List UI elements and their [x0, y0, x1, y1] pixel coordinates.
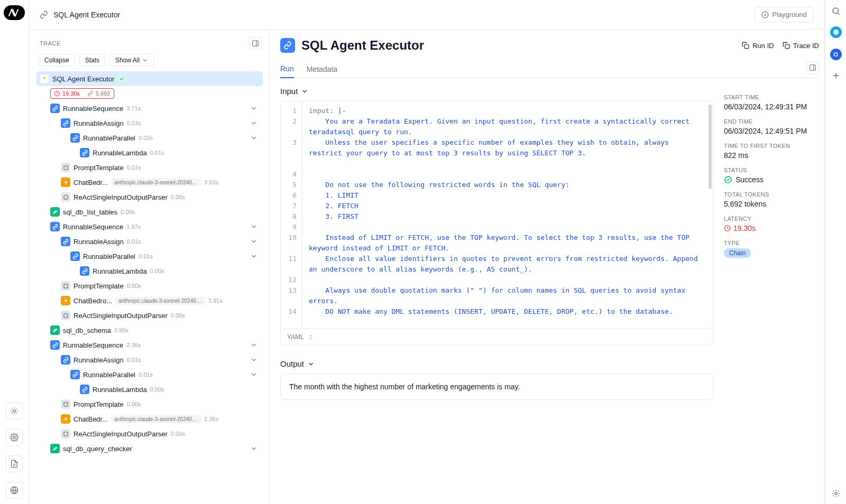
chain-icon: [280, 38, 295, 53]
node-time: 0.02s: [139, 135, 153, 141]
svg-rect-15: [810, 64, 816, 70]
content-panel: SQL Agent Executor Run ID Trace ID Run M…: [270, 30, 824, 504]
trace-node[interactable]: ChatBedr...anthropic.claude-3-sonnet-202…: [58, 412, 263, 426]
trace-node[interactable]: RunnableParallel0.01s: [67, 367, 263, 382]
app-shortcut-icon[interactable]: [830, 26, 842, 38]
trace-node[interactable]: PromptTemplate0.00s: [58, 397, 263, 412]
node-time: 3.71s: [126, 105, 141, 111]
trace-node[interactable]: RunnableAssign0.01s: [58, 234, 263, 249]
meta-type-value: Chain: [724, 248, 751, 258]
trace-label: TRACE: [40, 40, 61, 46]
plus-icon[interactable]: [831, 71, 841, 80]
theme-icon[interactable]: [6, 403, 23, 419]
svg-rect-8: [63, 195, 67, 199]
trace-node[interactable]: RunnableParallel0.02s: [67, 130, 263, 145]
trace-node[interactable]: ReActSingleInputOutputParser0.00s: [58, 308, 263, 323]
stats-button[interactable]: Stats: [79, 54, 105, 67]
playground-button[interactable]: Playground: [755, 7, 814, 22]
run-id-button[interactable]: Run ID: [742, 42, 774, 50]
side-toggle-icon[interactable]: [806, 61, 819, 74]
node-type-icon: [61, 311, 70, 320]
trace-id-button[interactable]: Trace ID: [783, 42, 819, 50]
meta-tokens-label: TOTAL TOKENS: [724, 191, 817, 198]
chevron-down-icon[interactable]: [248, 119, 260, 127]
trace-node[interactable]: ChatBedro...anthropic.claude-3-sonnet-20…: [58, 293, 263, 308]
chevron-down-icon[interactable]: [248, 356, 260, 363]
node-time: 0.01s: [139, 371, 153, 378]
node-type-icon: [61, 399, 70, 409]
node-time: 0.01s: [127, 357, 141, 363]
trace-node[interactable]: sql_db_query_checker: [47, 441, 263, 456]
input-section-label[interactable]: Input: [280, 87, 713, 96]
trace-node[interactable]: sql_db_list_tables0.00s: [47, 204, 263, 219]
app-logo[interactable]: [4, 5, 25, 20]
trace-node[interactable]: RunnableLambda0.01s: [77, 145, 263, 160]
tab-run[interactable]: Run: [280, 60, 294, 78]
settings-small-icon[interactable]: [832, 489, 840, 498]
model-tag: anthropic.claude-3-sonnet-20240229...: [111, 179, 201, 186]
right-rail: O: [825, 0, 846, 504]
trace-node[interactable]: RunnableLambda0.00s: [77, 264, 263, 278]
node-time: 0.01s: [127, 164, 141, 171]
node-time: 2.36s: [204, 416, 218, 422]
trace-node-root[interactable]: SQL Agent Executor: [36, 71, 263, 86]
output-text: The month with the highest number of mar…: [289, 382, 520, 391]
model-tag: anthropic.claude-3-sonnet-20240229-...: [115, 297, 205, 305]
trace-node[interactable]: ChatBedr...anthropic.claude-3-sonnet-202…: [58, 175, 263, 190]
trace-node[interactable]: ReActSingleInputOutputParser0.00s: [58, 426, 263, 441]
trace-node[interactable]: PromptTemplate0.00s: [58, 278, 263, 293]
trace-node[interactable]: ReActSingleInputOutputParser0.00s: [58, 190, 263, 204]
meta-ttft-label: TIME TO FIRST TOKEN: [724, 143, 817, 149]
search-icon[interactable]: [831, 6, 841, 16]
globe-icon[interactable]: [6, 482, 23, 499]
chevron-down-icon[interactable]: [248, 134, 260, 142]
chevron-down-icon[interactable]: [248, 341, 260, 349]
trace-tree[interactable]: SQL Agent Executor 19.30s 5,692: [36, 71, 265, 504]
node-name: RunnableLambda: [93, 267, 147, 275]
trace-node[interactable]: RunnableAssign0.03s: [58, 116, 263, 130]
meta-latency-label: LATENCY: [724, 216, 817, 222]
app-shortcut-icon[interactable]: O: [830, 49, 842, 60]
trace-node[interactable]: RunnableAssign0.01s: [58, 352, 263, 367]
chevron-down-icon[interactable]: [248, 445, 260, 452]
panel-toggle-icon[interactable]: [249, 37, 262, 50]
trace-node[interactable]: RunnableSequence3.71s: [47, 101, 263, 116]
chevron-down-icon[interactable]: [248, 105, 260, 112]
trace-node[interactable]: RunnableSequence2.36s: [47, 338, 263, 352]
chevron-down-icon[interactable]: [248, 223, 260, 230]
chevron-down-icon[interactable]: [248, 253, 260, 260]
meta-end-label: END TIME: [724, 118, 817, 125]
file-icon[interactable]: [6, 455, 23, 472]
node-time: 0.01s: [127, 238, 141, 245]
trace-node[interactable]: RunnableSequence1.97s: [47, 219, 263, 234]
chevron-down-icon[interactable]: [248, 371, 260, 378]
node-name: RunnableAssign: [73, 238, 124, 246]
svg-point-19: [833, 30, 839, 35]
collapse-button[interactable]: Collapse: [39, 54, 75, 67]
svg-rect-9: [63, 284, 67, 287]
code-body[interactable]: input: |- You are a Teradata Expert. Giv…: [302, 101, 707, 329]
svg-point-20: [835, 492, 837, 494]
trace-node[interactable]: sql_db_schema3.90s: [47, 323, 263, 338]
node-time: 0.01s: [150, 150, 164, 156]
tokens-icon: 5,692: [87, 90, 111, 97]
node-time: 3.63s: [204, 179, 218, 185]
chevron-down-icon[interactable]: [248, 238, 260, 245]
node-time: 0.03s: [127, 120, 141, 126]
node-name: RunnableAssign: [73, 119, 124, 127]
svg-point-0: [13, 409, 15, 412]
tabs: Run Metadata: [280, 60, 819, 78]
scrollbar[interactable]: [707, 101, 713, 329]
trace-node[interactable]: PromptTemplate0.01s: [58, 160, 263, 175]
node-name: RunnableParallel: [83, 134, 135, 142]
tab-metadata[interactable]: Metadata: [307, 61, 337, 78]
node-time: 0.00s: [127, 401, 141, 407]
format-selector[interactable]: YAML: [281, 329, 713, 345]
trace-node[interactable]: RunnableParallel0.01s: [67, 249, 263, 264]
node-time: 1.97s: [126, 223, 141, 230]
node-type-icon: [61, 296, 70, 305]
trace-node[interactable]: RunnableLambda0.00s: [77, 382, 263, 397]
gear-icon[interactable]: [6, 429, 23, 446]
showall-button[interactable]: Show All: [109, 54, 154, 67]
output-section-label[interactable]: Output: [280, 359, 713, 368]
